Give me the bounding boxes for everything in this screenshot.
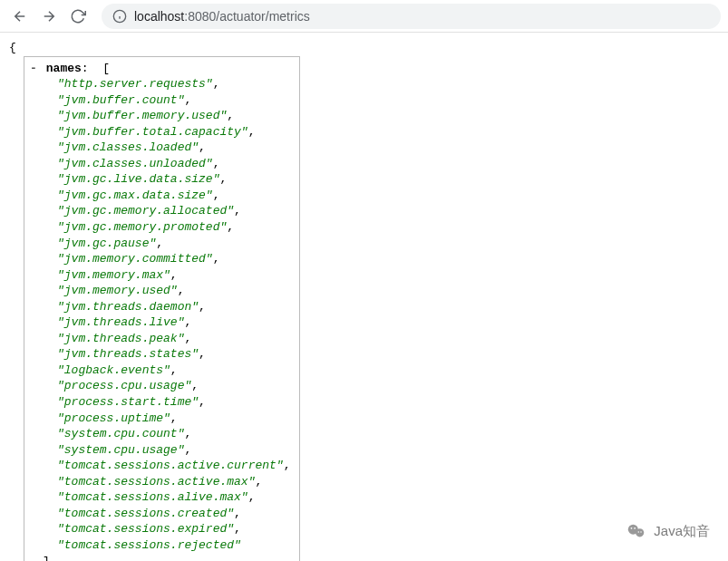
url-path: :8080/actuator/metrics xyxy=(184,9,310,24)
wechat-icon xyxy=(626,521,646,541)
metric-name: jvm.classes.loaded xyxy=(57,140,199,154)
metric-name: tomcat.sessions.rejected xyxy=(57,538,241,552)
metric-name: jvm.gc.memory.promoted xyxy=(57,220,227,234)
metric-name: tomcat.sessions.expired xyxy=(57,522,234,536)
metric-name: jvm.gc.pause xyxy=(57,237,156,250)
url-text: localhost:8080/actuator/metrics xyxy=(134,9,310,24)
metric-name: system.cpu.count xyxy=(57,427,184,440)
metric-name: jvm.memory.used xyxy=(57,284,178,297)
metric-name: process.uptime xyxy=(57,411,170,425)
metric-name: tomcat.sessions.active.max xyxy=(57,475,255,488)
metric-name: tomcat.sessions.alive.max xyxy=(57,490,248,504)
svg-point-4 xyxy=(636,528,644,537)
metric-name: jvm.buffer.count xyxy=(57,93,184,107)
reload-button[interactable] xyxy=(65,4,91,29)
collapse-toggle[interactable]: - xyxy=(28,61,39,77)
metric-name: jvm.buffer.total.capacity xyxy=(57,125,248,139)
svg-point-6 xyxy=(635,527,636,529)
arrow-right-icon xyxy=(41,8,57,24)
forward-button[interactable] xyxy=(36,4,62,29)
metric-name: jvm.gc.live.data.size xyxy=(57,172,219,186)
metric-name: jvm.threads.states xyxy=(57,347,199,361)
names-key-line: - names: [ xyxy=(28,61,292,77)
svg-point-5 xyxy=(631,527,633,529)
json-object-box: - names: [ http.server.requests,jvm.buff… xyxy=(24,56,300,561)
back-button[interactable] xyxy=(7,4,33,29)
watermark-text: Java知音 xyxy=(654,523,710,540)
metric-name: tomcat.sessions.created xyxy=(57,507,234,520)
metric-name: tomcat.sessions.active.current xyxy=(57,459,284,472)
names-array: http.server.requests,jvm.buffer.count,jv… xyxy=(28,76,292,553)
metric-name: jvm.memory.max xyxy=(57,268,170,282)
browser-toolbar: localhost:8080/actuator/metrics xyxy=(0,0,728,33)
json-close-bracket: ] xyxy=(43,555,50,562)
reload-icon xyxy=(70,8,86,24)
metric-name: logback.events xyxy=(57,363,170,377)
metric-name: jvm.classes.unloaded xyxy=(57,157,213,170)
json-open-bracket: [ xyxy=(102,62,110,75)
metric-name: jvm.threads.live xyxy=(57,315,184,329)
metric-name: jvm.gc.max.data.size xyxy=(57,189,213,202)
json-viewer: { - names: [ http.server.requests,jvm.bu… xyxy=(0,33,728,561)
url-host: localhost xyxy=(134,9,184,24)
arrow-left-icon xyxy=(12,8,28,24)
metric-name: jvm.memory.committed xyxy=(57,252,213,266)
metric-name: jvm.gc.memory.allocated xyxy=(57,204,234,218)
watermark: Java知音 xyxy=(626,521,710,541)
metric-name: process.start.time xyxy=(57,395,199,409)
metric-name: http.server.requests xyxy=(57,77,213,91)
metric-name: jvm.buffer.memory.used xyxy=(57,109,227,122)
metric-name: jvm.threads.daemon xyxy=(57,300,199,314)
json-key-names: names xyxy=(46,62,82,75)
json-open-brace: { xyxy=(9,40,719,56)
info-icon[interactable] xyxy=(112,9,127,24)
svg-point-8 xyxy=(641,531,642,532)
svg-point-7 xyxy=(638,531,639,532)
metric-name: jvm.threads.peak xyxy=(57,332,184,345)
address-bar[interactable]: localhost:8080/actuator/metrics xyxy=(102,4,721,29)
metric-name: system.cpu.usage xyxy=(57,443,184,457)
metric-name: process.cpu.usage xyxy=(57,379,191,392)
